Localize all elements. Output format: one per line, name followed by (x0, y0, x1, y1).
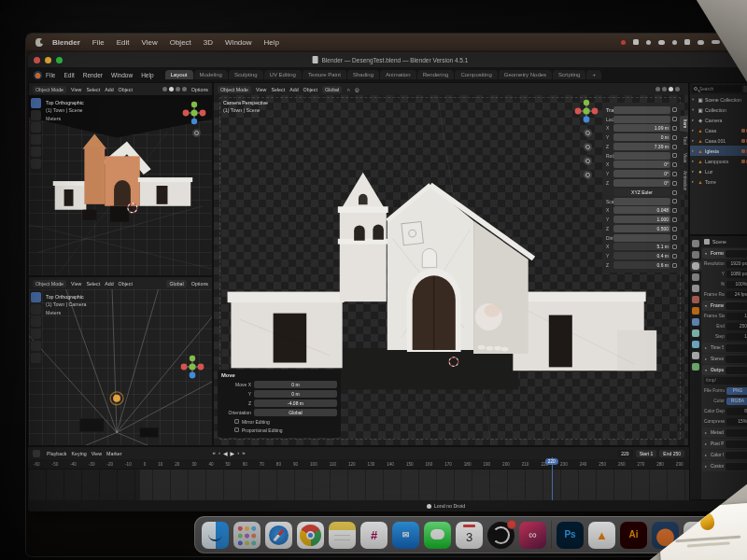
navigation-gizmo[interactable] (574, 99, 599, 123)
timeline-ruler[interactable]: -60-50-40-30-20-100102030405060708090100… (28, 459, 689, 469)
blender-menu-item[interactable]: Edit (63, 72, 74, 78)
properties-row[interactable]: Color RGBA (701, 396, 747, 406)
viewport-b-toolbar[interactable] (31, 292, 43, 363)
lock-icon[interactable] (672, 217, 677, 222)
playback-button-previous-keyframe[interactable]: ‹ (218, 450, 220, 456)
timeline-menu-item[interactable]: Playback (47, 451, 67, 456)
operator-title[interactable]: Move (221, 372, 337, 378)
timeline-menu-item[interactable]: Marker (106, 451, 121, 456)
viewport-menu-item[interactable]: View (71, 281, 81, 287)
pan-hand-icon[interactable] (584, 143, 592, 151)
dock-icon-finder[interactable] (202, 522, 229, 549)
n-panel-row[interactable]: Z 7.39 m (604, 142, 679, 151)
blender-menu-item[interactable]: File (46, 72, 55, 78)
outliner-row[interactable]: ▸ ▲ Casa (690, 125, 747, 135)
rotate-tool-icon[interactable] (31, 134, 41, 145)
outliner-row[interactable]: ▸ ● Luz (690, 166, 747, 176)
properties-row[interactable]: Stereoscopy (702, 354, 747, 364)
dock-icon-calendar[interactable]: 3 (456, 522, 483, 549)
select-tool-icon[interactable] (31, 292, 41, 302)
macos-menu-item[interactable]: 3D (204, 38, 213, 47)
properties-row[interactable]: Resolution X 1920 px (701, 259, 747, 269)
lock-icon[interactable] (672, 162, 677, 167)
dock-icon-mail[interactable]: ✉ (392, 522, 419, 549)
expand-caret-icon[interactable]: ▸ (692, 138, 696, 143)
blender-menu-item[interactable]: Render (83, 72, 103, 78)
viewport-menu-item[interactable]: Add (105, 87, 113, 92)
lock-icon[interactable] (672, 107, 677, 112)
orientation-dropdown[interactable]: Global (322, 86, 342, 93)
workspace-tab[interactable]: Compositing (455, 70, 497, 79)
macos-menu-item[interactable]: File (92, 38, 105, 47)
viewport-nav-icons[interactable] (584, 129, 592, 179)
properties-row[interactable]: Frame Rate 24 fps (701, 289, 747, 300)
properties-tab-object[interactable] (692, 307, 699, 315)
workspace-tab[interactable]: Layout (165, 70, 193, 79)
n-panel-row[interactable]: XYZ Euler (604, 188, 679, 197)
n-panel-row[interactable]: Y 0.4 m (604, 251, 679, 260)
properties-row[interactable]: Step 1 (701, 331, 747, 342)
transform-tool-icon[interactable] (31, 353, 41, 363)
blender-menu-item[interactable]: Help (141, 72, 153, 78)
workspace-tab[interactable]: Sculpting (229, 70, 263, 79)
macos-menu-item[interactable]: Window (225, 38, 251, 47)
camera-view-icon[interactable] (584, 157, 592, 165)
properties-row[interactable]: Color Management (702, 450, 747, 460)
macos-status-volume-icon[interactable] (684, 39, 690, 45)
close-window-button[interactable] (34, 57, 40, 63)
filter-icon[interactable] (743, 86, 747, 92)
dock-icon-round-app[interactable] (487, 522, 514, 549)
outliner-row[interactable]: ▸ ▲ Iglesia (690, 146, 747, 156)
macos-status-wifi-icon[interactable] (698, 40, 704, 45)
transform-tool-icon[interactable] (31, 159, 41, 169)
properties-row[interactable]: Output (702, 365, 747, 375)
workspace-tab[interactable]: Geometry Nodes (499, 70, 552, 79)
mode-dropdown[interactable]: Object Mode (33, 86, 66, 93)
viewport-menu-item[interactable]: View (71, 87, 81, 92)
viewport-menu-item[interactable]: Add (289, 87, 298, 92)
dock-icon-vlc[interactable]: ▲ (588, 522, 615, 549)
lock-icon[interactable] (672, 227, 677, 231)
expand-caret-icon[interactable]: ▾ (692, 97, 696, 102)
properties-row[interactable]: Post Processing (702, 439, 747, 449)
navigation-gizmo[interactable] (180, 355, 204, 379)
lock-icon[interactable] (672, 145, 677, 149)
blender-logo-icon[interactable] (34, 71, 42, 79)
timeline-menu-item[interactable]: Keying (72, 451, 87, 456)
properties-tab-particles[interactable] (692, 329, 699, 337)
dock-icon-photoshop[interactable]: Ps (557, 522, 584, 549)
dock-icon-creative-cloud[interactable]: ∞ (519, 522, 546, 549)
properties-tab-world[interactable] (692, 296, 699, 303)
properties-row[interactable]: Format (702, 248, 747, 259)
n-panel-tab[interactable]: Tool (680, 133, 688, 148)
macos-status-displays-icon[interactable] (633, 39, 639, 45)
n-panel-row[interactable]: Dimensions (604, 233, 679, 242)
dock-icon-messages[interactable] (424, 522, 451, 549)
properties-row[interactable]: End 250 (701, 321, 747, 331)
proportional-editing-icon[interactable]: ◎ (355, 87, 359, 92)
n-panel-tab[interactable]: View (680, 149, 688, 166)
operator-value-row[interactable]: Z -4.08 m (221, 399, 337, 408)
scale-tool-icon[interactable] (31, 147, 41, 157)
properties-row[interactable]: Time Stretching (702, 343, 747, 353)
workspace-tab[interactable]: Texture Paint (303, 70, 346, 79)
rotate-tool-icon[interactable] (31, 329, 41, 339)
n-panel-row[interactable]: X 5.1 m (604, 242, 679, 251)
viewport-a-toolbar[interactable] (31, 98, 43, 169)
properties-row[interactable]: Color Depth 8 (701, 406, 747, 416)
workspace-tab[interactable]: Scripting (553, 70, 585, 79)
shading-mode-icons[interactable] (655, 87, 680, 91)
n-panel-row[interactable]: Rotation (604, 151, 679, 160)
dock-icon-illustrator[interactable]: Ai (620, 522, 647, 549)
viewport-a-canvas[interactable]: Top Orthographic (1) Town | Scene Meters (29, 95, 212, 275)
macos-status-screen-record-icon[interactable] (621, 40, 626, 45)
properties-row[interactable]: Frame Range (702, 301, 747, 311)
properties-row[interactable]: Frame Start 1 (701, 311, 747, 321)
properties-row[interactable]: % 100% (701, 279, 747, 289)
properties-tab-view-layer[interactable] (692, 273, 699, 281)
outliner-row[interactable]: ▸ ▲ Torre (690, 176, 747, 187)
lock-icon[interactable] (672, 172, 677, 176)
timeline-menu-item[interactable]: View (92, 451, 102, 456)
properties-row[interactable]: Custom Properties (702, 461, 747, 471)
orientation-value-dropdown[interactable]: Global (254, 409, 337, 416)
